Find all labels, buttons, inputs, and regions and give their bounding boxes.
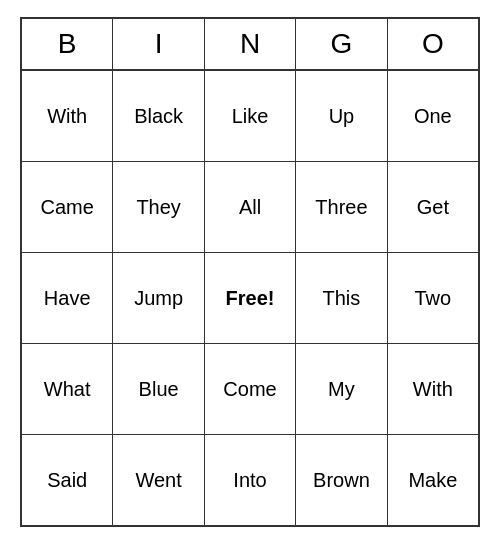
bingo-cell-1-4: Get — [388, 162, 478, 252]
bingo-cell-0-4: One — [388, 71, 478, 161]
bingo-row-2: CameTheyAllThreeGet — [22, 162, 478, 253]
bingo-cell-1-1: They — [113, 162, 204, 252]
bingo-row-5: SaidWentIntoBrownMake — [22, 435, 478, 525]
bingo-cell-2-1: Jump — [113, 253, 204, 343]
header-cell-o: O — [388, 19, 478, 69]
header-cell-b: B — [22, 19, 113, 69]
bingo-card: BINGO WithBlackLikeUpOneCameTheyAllThree… — [20, 17, 480, 527]
bingo-cell-3-0: What — [22, 344, 113, 434]
bingo-cell-0-3: Up — [296, 71, 387, 161]
bingo-body: WithBlackLikeUpOneCameTheyAllThreeGetHav… — [22, 71, 478, 525]
bingo-cell-2-2: Free! — [205, 253, 296, 343]
bingo-cell-1-0: Came — [22, 162, 113, 252]
bingo-header: BINGO — [22, 19, 478, 71]
bingo-cell-4-2: Into — [205, 435, 296, 525]
bingo-cell-0-0: With — [22, 71, 113, 161]
header-cell-g: G — [296, 19, 387, 69]
bingo-cell-2-4: Two — [388, 253, 478, 343]
bingo-row-4: WhatBlueComeMyWith — [22, 344, 478, 435]
bingo-cell-1-3: Three — [296, 162, 387, 252]
bingo-cell-4-0: Said — [22, 435, 113, 525]
bingo-cell-4-4: Make — [388, 435, 478, 525]
bingo-row-3: HaveJumpFree!ThisTwo — [22, 253, 478, 344]
bingo-cell-4-1: Went — [113, 435, 204, 525]
bingo-cell-0-1: Black — [113, 71, 204, 161]
bingo-cell-0-2: Like — [205, 71, 296, 161]
bingo-cell-3-1: Blue — [113, 344, 204, 434]
header-cell-i: I — [113, 19, 204, 69]
header-cell-n: N — [205, 19, 296, 69]
bingo-cell-4-3: Brown — [296, 435, 387, 525]
bingo-cell-2-3: This — [296, 253, 387, 343]
bingo-cell-3-2: Come — [205, 344, 296, 434]
bingo-cell-2-0: Have — [22, 253, 113, 343]
bingo-row-1: WithBlackLikeUpOne — [22, 71, 478, 162]
bingo-cell-3-4: With — [388, 344, 478, 434]
bingo-cell-3-3: My — [296, 344, 387, 434]
bingo-cell-1-2: All — [205, 162, 296, 252]
